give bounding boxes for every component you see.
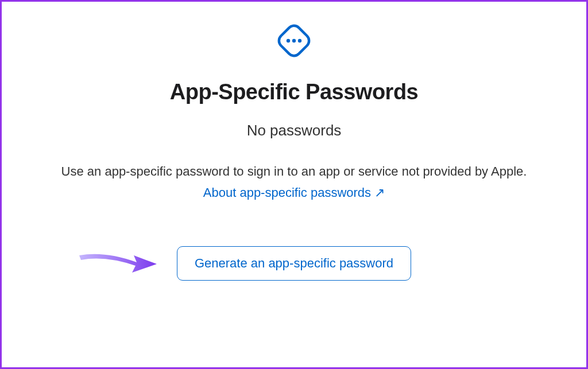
svg-point-1 (287, 39, 290, 42)
svg-point-3 (298, 39, 301, 42)
page-title: App-Specific Passwords (170, 80, 418, 104)
learn-more-link[interactable]: About app-specific passwords ↗ (203, 185, 385, 200)
button-row: Generate an app-specific password (2, 246, 586, 281)
description-text: Use an app-specific password to sign in … (61, 162, 527, 181)
annotation-arrow-icon (76, 245, 163, 282)
more-options-icon (271, 18, 317, 64)
svg-point-2 (292, 39, 296, 42)
password-count-status: No passwords (247, 122, 342, 139)
generate-password-button[interactable]: Generate an app-specific password (177, 246, 411, 281)
